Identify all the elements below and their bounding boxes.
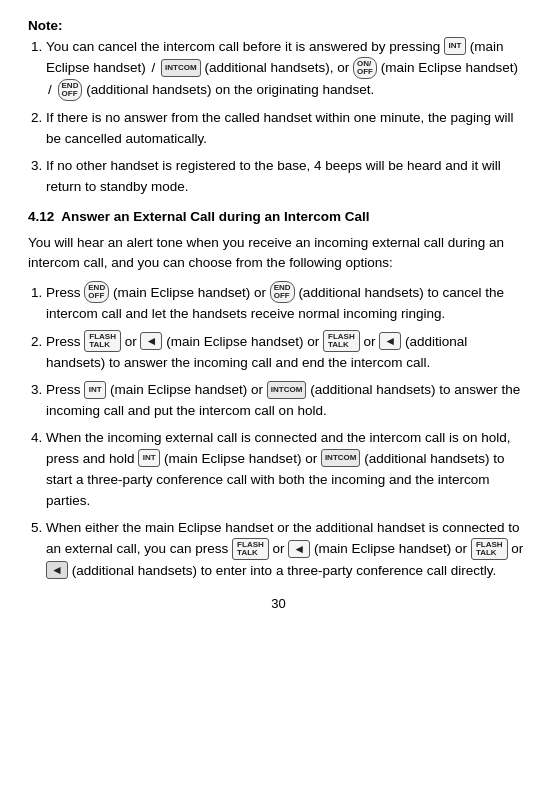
note-list: You can cancel the intercom call before … (46, 37, 529, 198)
note-item-3-text: If no other handset is registered to the… (46, 158, 501, 194)
option-1-text: Press ENDOFF (main Eclipse handset) or E… (46, 285, 504, 321)
section-title: Answer an External Call during an Interc… (61, 209, 369, 224)
end-off-icon-1b: ENDOFF (270, 281, 295, 303)
int-icon-3a: INT (84, 381, 106, 399)
on-off-icon: ON/OFF (353, 57, 377, 79)
note-item-1: You can cancel the intercom call before … (46, 37, 529, 102)
section-number: 4.12 (28, 209, 54, 224)
note-item-2: If there is no answer from the called ha… (46, 108, 529, 150)
options-list: Press ENDOFF (main Eclipse handset) or E… (46, 282, 529, 581)
int-icon: INT (444, 37, 466, 55)
phone-in-icon-5b: ◄ (46, 561, 68, 579)
flash-talk-icon-5b: FLASHTALK (471, 538, 508, 560)
option-2: Press FLASHTALK or ◄ (main Eclipse hands… (46, 331, 529, 374)
phone-in-icon-2b: ◄ (379, 332, 401, 350)
flash-talk-icon-2a: FLASHTALK (84, 330, 121, 352)
option-5: When either the main Eclipse handset or … (46, 518, 529, 582)
intcom-icon-4b: INTCOM (321, 449, 361, 467)
note-item-3: If no other handset is registered to the… (46, 156, 529, 198)
option-4: When the incoming external call is conne… (46, 428, 529, 512)
option-3-text: Press INT (main Eclipse handset) or INTC… (46, 382, 520, 418)
section-intro: You will hear an alert tone when you rec… (28, 233, 529, 275)
option-1: Press ENDOFF (main Eclipse handset) or E… (46, 282, 529, 325)
option-4-text: When the incoming external call is conne… (46, 430, 511, 508)
end-off-icon-1a: ENDOFF (84, 281, 109, 303)
section-heading: 4.12 Answer an External Call during an I… (28, 208, 529, 275)
flash-talk-icon-5a: FLASHTALK (232, 538, 269, 560)
intcom-icon-3b: INTCOM (267, 381, 307, 399)
option-5-text: When either the main Eclipse handset or … (46, 520, 523, 578)
note-section: Note: You can cancel the intercom call b… (28, 18, 529, 198)
note-label: Note: (28, 18, 529, 33)
page-number: 30 (28, 596, 529, 611)
option-3: Press INT (main Eclipse handset) or INTC… (46, 380, 529, 422)
intcom-icon-1: INTCOM (161, 59, 201, 77)
phone-in-icon-5a: ◄ (288, 540, 310, 558)
int-icon-4a: INT (138, 449, 160, 467)
note-item-2-text: If there is no answer from the called ha… (46, 110, 514, 146)
end-off-icon: ENDOFF (58, 79, 83, 101)
flash-talk-icon-2b: FLASHTALK (323, 330, 360, 352)
note-item-1-text: You can cancel the intercom call before … (46, 39, 518, 97)
phone-in-icon-2a: ◄ (140, 332, 162, 350)
option-2-text: Press FLASHTALK or ◄ (main Eclipse hands… (46, 334, 467, 370)
